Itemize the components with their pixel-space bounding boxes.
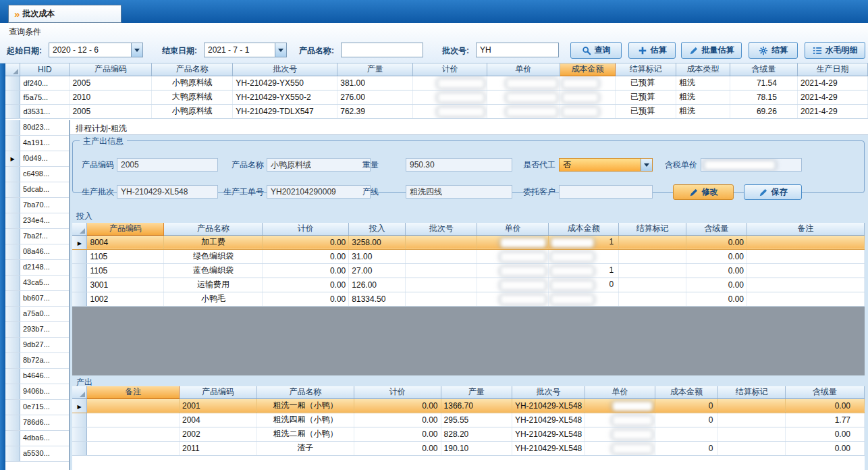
col-header-settle-mark[interactable]: 结算标记 xyxy=(619,223,686,235)
hid-row[interactable]: 5dcab... xyxy=(5,182,69,198)
table-row[interactable]: d3531... 2005 小鸭原料绒 YH-210429-TDLX547 76… xyxy=(5,104,868,118)
hid-row[interactable]: 7ba2f... xyxy=(5,229,69,244)
start-date-combo[interactable]: 2020 - 12 - 6 xyxy=(49,43,143,57)
chevron-down-icon[interactable] xyxy=(275,43,286,57)
hid-row[interactable]: f0d49... xyxy=(5,151,69,167)
hid-row[interactable]: c6498... xyxy=(5,167,69,182)
col-header-unit-price[interactable]: 单价 xyxy=(477,223,549,235)
settle-button[interactable]: 结算 xyxy=(749,42,798,59)
hid-row[interactable]: a75a0... xyxy=(5,307,69,322)
table-row[interactable]: 2011 渣子 0.00 190.10 YH-210429-XL548 0 0.… xyxy=(72,441,865,455)
col-header-prod-date[interactable]: 生产日期 xyxy=(797,63,867,76)
hid-row[interactable]: 80d23... xyxy=(5,120,69,136)
col-header-cost-amount[interactable]: 成本金额 xyxy=(560,63,616,76)
cell-settle-mark xyxy=(718,427,785,441)
hid-row[interactable]: 8b72a... xyxy=(5,353,69,369)
hid-row[interactable]: 9db27... xyxy=(5,338,69,353)
grid-corner[interactable] xyxy=(72,386,87,398)
save-button[interactable]: 保存 xyxy=(744,184,802,200)
batch-no-input[interactable]: YH xyxy=(476,43,559,57)
col-header-unit-price[interactable]: 单价 xyxy=(487,63,560,76)
batch-no-label: 批次号: xyxy=(442,45,469,57)
chevron-down-icon[interactable] xyxy=(641,159,652,171)
prod-batch-field[interactable]: YH-210429-XL548 xyxy=(117,185,218,199)
table-row[interactable]: 2002 粗洗二厢（小鸭） 0.00 828.20 YH-210429-XL54… xyxy=(72,427,865,441)
work-order-field[interactable]: YH202104290009 xyxy=(267,185,371,199)
hid-row[interactable]: 786d6... xyxy=(5,415,69,431)
hid-row[interactable]: 7ba70... xyxy=(5,198,69,213)
col-header-price[interactable]: 计价 xyxy=(413,63,487,76)
client-field[interactable] xyxy=(559,185,653,199)
line-field[interactable]: 粗洗四线 xyxy=(406,185,512,199)
col-header-note[interactable]: 备注 xyxy=(87,386,180,398)
table-row[interactable]: 1002 小鸭毛 0.00 81334.50 0.00 xyxy=(72,292,865,306)
estimate-button[interactable]: 估算 xyxy=(628,42,676,59)
col-header-batch-no[interactable]: 批次号 xyxy=(233,63,337,76)
hid-row[interactable]: 234e4... xyxy=(5,213,69,229)
table-row[interactable]: 1105 绿色编织袋 0.00 31.00 0.00 xyxy=(72,249,865,263)
hid-row[interactable]: b4646... xyxy=(5,369,69,384)
col-header-product-name[interactable]: 产品名称 xyxy=(152,63,233,76)
col-header-price[interactable]: 计价 xyxy=(354,386,441,398)
col-header-note[interactable]: 备注 xyxy=(747,223,865,235)
col-header-unit-price[interactable]: 单价 xyxy=(585,386,655,398)
col-header-qty[interactable]: 产量 xyxy=(337,63,413,76)
col-header-batch-no[interactable]: 批次号 xyxy=(512,386,585,398)
hid-row[interactable]: 0e715... xyxy=(5,400,69,415)
hid-row[interactable]: bb607... xyxy=(5,291,69,307)
grid-corner[interactable] xyxy=(72,223,87,235)
chevron-down-icon[interactable] xyxy=(131,43,142,57)
hid-row[interactable]: a5530... xyxy=(5,446,69,462)
end-date-combo[interactable]: 2021 - 7 - 1 xyxy=(204,43,287,57)
col-header-settle-mark[interactable]: 结算标记 xyxy=(718,386,785,398)
cell-price: 0.00 xyxy=(263,278,349,292)
col-header-cost-type[interactable]: 成本类型 xyxy=(676,63,730,76)
col-header-cost-amount[interactable]: 成本金额 xyxy=(655,386,718,398)
hid-row[interactable]: 9406b... xyxy=(5,384,69,400)
cell-input-qty: 31.00 xyxy=(349,249,406,263)
col-header-settle-mark[interactable]: 结算标记 xyxy=(616,63,676,76)
hid-row[interactable]: d2148... xyxy=(5,260,69,276)
col-header-hid[interactable]: HID xyxy=(20,63,70,76)
col-header-cost-amount[interactable]: 成本金额 xyxy=(549,223,619,235)
hid-row[interactable]: 4a191... xyxy=(5,136,69,151)
table-row[interactable]: 2001 粗洗一厢（小鸭） 0.00 1366.70 YH-210429-XL5… xyxy=(72,398,865,413)
tax-price-field[interactable] xyxy=(701,158,802,172)
col-header-price[interactable]: 计价 xyxy=(263,223,349,235)
is-oem-combo[interactable]: 否 xyxy=(559,158,653,172)
hid-row[interactable]: 293b7... xyxy=(5,322,69,338)
hid-row[interactable]: 43ca5... xyxy=(5,276,69,291)
col-header-product-code[interactable]: 产品编码 xyxy=(179,386,256,398)
col-header-product-name[interactable]: 产品名称 xyxy=(257,386,354,398)
product-name-field[interactable]: 小鸭原料绒 xyxy=(267,158,371,172)
table-row[interactable]: 8004 加工费 0.00 3258.00 1 0.00 xyxy=(72,235,865,249)
hid-row[interactable]: 08a46... xyxy=(5,244,69,260)
tab-batch-cost[interactable]: » 批次成本 xyxy=(8,5,121,23)
col-header-down-content[interactable]: 含绒量 xyxy=(686,223,747,235)
col-header-product-code[interactable]: 产品编码 xyxy=(87,223,164,235)
table-row[interactable]: df240... 2005 小鸭原料绒 YH-210429-YX550 381.… xyxy=(5,76,868,90)
table-row[interactable]: 3001 运输费用 0.00 126.00 0 0.00 xyxy=(72,278,865,292)
cost-tail: 1 xyxy=(609,237,616,246)
table-row[interactable]: 1105 蓝色编织袋 0.00 27.00 1 0.00 xyxy=(72,263,865,278)
col-header-product-code[interactable]: 产品编码 xyxy=(70,63,152,76)
product-name-input[interactable] xyxy=(341,43,423,57)
modify-button[interactable]: 修改 xyxy=(673,184,734,200)
table-row[interactable]: f5a75... 2010 大鸭原料绒 YH-210429-YX550-2 27… xyxy=(5,90,868,104)
table-row[interactable]: 2004 粗洗四厢（小鸭） 0.00 295.55 YH-210429-XL54… xyxy=(72,413,865,427)
col-header-down-content[interactable]: 含绒量 xyxy=(785,386,864,398)
weight-field[interactable]: 950.30 xyxy=(406,158,512,172)
col-header-input-qty[interactable]: 投入 xyxy=(349,223,406,235)
cell-price: 0.00 xyxy=(263,263,349,278)
product-code-field[interactable]: 2005 xyxy=(117,158,218,172)
col-header-down-content[interactable]: 含绒量 xyxy=(730,63,798,76)
hid-row[interactable]: 4dba6... xyxy=(5,431,69,446)
water-detail-button[interactable]: 水毛明细 xyxy=(805,42,865,59)
grid-corner[interactable] xyxy=(5,63,20,76)
col-header-product-name[interactable]: 产品名称 xyxy=(164,223,263,235)
col-header-qty[interactable]: 产量 xyxy=(441,386,512,398)
end-date-value: 2021 - 7 - 1 xyxy=(205,45,275,55)
query-button[interactable]: 查询 xyxy=(570,42,622,59)
col-header-batch-no[interactable]: 批次号 xyxy=(406,223,477,235)
batch-estimate-button[interactable]: 批量估算 xyxy=(681,42,742,59)
